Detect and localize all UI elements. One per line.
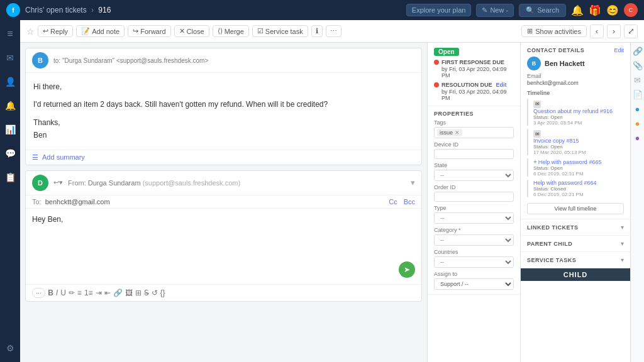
parent-child-section: PARENT CHILD ▾ (521, 236, 630, 252)
send-button[interactable]: ➤ (399, 261, 415, 278)
undo-button[interactable]: ↺ (152, 288, 158, 297)
forward-button[interactable]: ↪ Forward (128, 25, 170, 37)
list-button[interactable]: ≡ (77, 288, 82, 297)
star-icon[interactable]: ☆ (26, 26, 35, 36)
reply-type-button[interactable]: ↩▾ (53, 178, 63, 187)
outdent-button[interactable]: ⇤ (104, 288, 111, 297)
resolution-date: by Fri, 03 Apr 2020, 04:09 PM (434, 89, 514, 101)
service-task-button[interactable]: ☑ Service task (252, 25, 308, 37)
bcc-button[interactable]: Bcc (404, 198, 415, 206)
bold-button[interactable]: B (48, 288, 53, 297)
next-ticket-button[interactable]: › (607, 25, 621, 38)
child-label-bar: ChILD (521, 268, 630, 281)
panel-icon-attachment[interactable]: 📎 (633, 61, 643, 70)
search-box[interactable]: 🔍 Search (519, 4, 566, 17)
user-avatar[interactable]: C (624, 3, 638, 17)
panel-icon-purple[interactable]: ● (635, 133, 640, 143)
info-button[interactable]: ℹ (311, 25, 323, 37)
panel-icon-orange[interactable]: ● (635, 119, 640, 128)
close-icon: ✕ (179, 27, 185, 35)
new-button[interactable]: ✎ New - (476, 4, 514, 17)
code-button[interactable]: {} (160, 288, 165, 297)
left-sidebar: ≡ ✉ 👤 🔔 📊 💬 📋 ⚙ (0, 20, 20, 362)
contact-email: benhckt@gmail.com (527, 80, 624, 86)
prev-ticket-button[interactable]: ‹ (590, 25, 604, 38)
from-label: From: (68, 179, 88, 187)
reply-button[interactable]: ↩ Reply (38, 25, 73, 37)
tag-remove-button[interactable]: ✕ (455, 129, 460, 136)
contact-avatar: B (527, 57, 541, 70)
reply-icon: ↩ (43, 27, 48, 35)
sender-avatar: B (32, 52, 48, 69)
italic-button[interactable]: I (56, 288, 58, 297)
type-select[interactable]: -- (434, 212, 514, 224)
cc-button[interactable]: Cc (389, 198, 397, 206)
sidebar-icon-tickets[interactable]: ✉ (1, 49, 19, 67)
expand-button[interactable]: ⤢ (624, 25, 638, 38)
right-icons-panel: 🔗 📎 ✉ 📄 ● ● ● (630, 43, 644, 362)
timeline-item-1: ✉ Invoice copy #815 Status: Open 17 Mar … (527, 129, 624, 156)
timeline-title-1[interactable]: Invoice copy #815 (533, 138, 624, 144)
support-icon[interactable]: 😊 (606, 4, 619, 16)
explore-plan-button[interactable]: Explore your plan (406, 4, 472, 16)
linked-tickets-header[interactable]: LINKED TICKETS ▾ (527, 224, 624, 231)
timeline-item-icon-0: ✉ (533, 101, 541, 108)
state-select[interactable]: -- (434, 170, 514, 181)
table-button[interactable]: ⊞ (135, 288, 142, 297)
timeline-title-2[interactable]: Help with password #665 (538, 159, 602, 165)
linked-tickets-section: LINKED TICKETS ▾ (521, 219, 630, 236)
sidebar-icon-analytics[interactable]: 📊 (1, 121, 19, 138)
category-select[interactable]: -- (434, 234, 514, 246)
resolution-edit[interactable]: Edit (496, 82, 507, 88)
more-button[interactable]: ⋯ (326, 25, 341, 37)
show-activities-button[interactable]: ⊞ Show activities (521, 25, 587, 37)
expand-compose-button[interactable]: ▾ (411, 178, 415, 187)
ticket-toolbar: ☆ ↩ Reply 📝 Add note ↪ Forward ✕ Close ⟨… (20, 20, 644, 43)
highlight-button[interactable]: ✏ (69, 288, 75, 297)
merge-button[interactable]: ⟨⟩ Merge (213, 25, 249, 37)
parent-child-header[interactable]: PARENT CHILD ▾ (527, 240, 624, 247)
resolution-label: RESOLUTION DUE (441, 82, 492, 88)
sidebar-icon-contacts[interactable]: 👤 (1, 73, 19, 90)
add-note-button[interactable]: 📝 Add note (76, 25, 125, 37)
app-logo: f (6, 3, 20, 17)
panel-icon-blue[interactable]: ● (635, 104, 640, 114)
gift-icon[interactable]: 🎁 (589, 4, 601, 16)
contact-panel: CONTACT DETAILS Edit B Ben Hackett Email… (520, 43, 630, 362)
panel-icon-doc[interactable]: 📄 (633, 90, 643, 99)
indent-button[interactable]: ⇥ (96, 288, 102, 297)
view-full-timeline-button[interactable]: View full timeline (527, 203, 624, 214)
timeline-title-0[interactable]: Question about my refund #916 (533, 108, 624, 114)
timeline-add-icon-2: + (533, 158, 537, 165)
state-label: State (434, 162, 514, 168)
close-button[interactable]: ✕ Close (174, 25, 209, 37)
contact-edit-button[interactable]: Edit (614, 47, 624, 53)
sidebar-icon-menu[interactable]: ≡ (1, 25, 19, 43)
ordered-list-button[interactable]: 1≡ (84, 288, 93, 297)
sidebar-icon-settings[interactable]: ⚙ (1, 339, 19, 357)
notification-icon[interactable]: 🔔 (571, 4, 584, 16)
underline-button[interactable]: U (60, 288, 66, 297)
image-button[interactable]: 🖼 (125, 288, 133, 297)
send-icon: ➤ (404, 265, 410, 274)
add-summary-button[interactable]: ☰ Add summary (26, 150, 421, 165)
order-id-input[interactable] (434, 192, 514, 202)
sidebar-icon-notifications[interactable]: 🔔 (1, 97, 19, 114)
assign-to-select[interactable]: Support / -- (434, 278, 514, 290)
countries-select[interactable]: -- (434, 256, 514, 268)
typing-indicator[interactable]: ··· (32, 288, 45, 298)
panel-icon-email[interactable]: ✉ (634, 75, 641, 85)
timeline-title-3[interactable]: Help with password #664 (533, 180, 624, 186)
compose-body[interactable]: Hey Ben, ➤ (26, 209, 421, 284)
sidebar-icon-tasks[interactable]: 📋 (1, 168, 19, 186)
device-id-input[interactable] (434, 149, 514, 159)
link-button[interactable]: 🔗 (113, 288, 123, 297)
linked-tickets-arrow: ▾ (621, 224, 624, 231)
incoming-email-card: B to: "Durga Sundaram" <support@sauls.fr… (25, 48, 422, 165)
timeline-item-2: + Help with password #665 Status: Open 6… (527, 158, 624, 177)
sidebar-icon-chat[interactable]: 💬 (1, 145, 19, 162)
panel-icon-link[interactable]: 🔗 (633, 47, 643, 56)
strikethrough-button[interactable]: S̶ (144, 288, 149, 297)
service-tasks-header[interactable]: SERVICE TASKS ▾ (527, 256, 624, 263)
parent-child-arrow: ▾ (621, 240, 624, 247)
